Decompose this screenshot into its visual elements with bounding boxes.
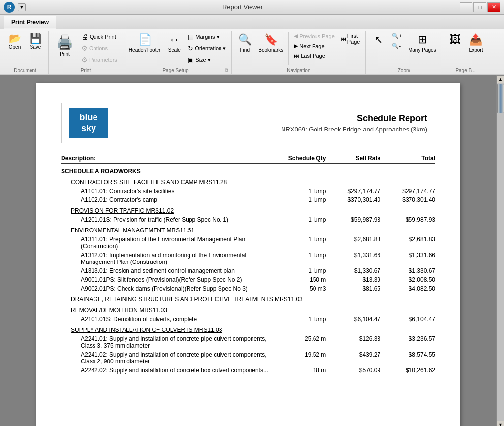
- col-sell-rate: Sell Rate: [326, 153, 380, 164]
- document-scroll[interactable]: blue sky Schedule Report NRX069: Gold Br…: [0, 75, 496, 426]
- open-label: Open: [9, 44, 21, 50]
- vertical-scrollbar[interactable]: ▲ ▼: [496, 75, 504, 426]
- margins-label: Margins ▾: [195, 34, 219, 40]
- title-bar: R ▼ Report Viewer – □ ✕: [0, 0, 504, 15]
- last-page-button[interactable]: ⏭ Last Page: [291, 51, 337, 60]
- orientation-button[interactable]: ↻ Orientation ▾: [185, 43, 228, 54]
- window-controls: – □ ✕: [460, 2, 500, 12]
- ribbon-tabs: Print Preview: [0, 15, 504, 29]
- report-page: blue sky Schedule Report NRX069: Gold Br…: [36, 83, 460, 426]
- zoom-out-button[interactable]: 🔍-: [389, 41, 404, 51]
- header-footer-button[interactable]: 📄 Header/Footer: [126, 32, 163, 55]
- table-row: A2242.02: Supply and installation of con…: [61, 366, 435, 375]
- zoom-in-icon: 🔍+: [392, 33, 402, 39]
- previous-page-button[interactable]: ◀ Previous Page: [291, 32, 337, 41]
- col-schedule-qty: Schedule Qty: [275, 153, 326, 164]
- table-row: A1312.01: Implementation and monitoring …: [61, 251, 435, 266]
- company-logo: blue sky: [69, 108, 108, 138]
- table-row: A9002.01PS: Check dams (Provisional)(Ref…: [61, 284, 435, 293]
- open-icon: 📂: [9, 33, 21, 43]
- scroll-thumb[interactable]: [497, 84, 504, 113]
- print-label: Print: [60, 51, 70, 57]
- orientation-label: Orientation ▾: [195, 45, 226, 52]
- size-label: Size ▾: [195, 57, 210, 63]
- tab-print-preview[interactable]: Print Preview: [4, 16, 56, 29]
- maximize-button[interactable]: □: [473, 2, 486, 12]
- page-bg-button[interactable]: 🖼: [445, 32, 465, 48]
- print-small-buttons: 🖨 Quick Print ⚙ Options ⚙ Parameters: [79, 32, 120, 65]
- export-button[interactable]: 📤 Export: [466, 32, 486, 55]
- quick-print-button[interactable]: 🖨 Quick Print: [79, 32, 120, 42]
- close-button[interactable]: ✕: [487, 2, 500, 12]
- list-item: REMOVAL/DEMOLITION MRS11.03: [61, 304, 435, 315]
- save-button[interactable]: 💾 Save: [26, 32, 45, 52]
- window-title: Report Viewer: [26, 3, 460, 11]
- table-row: A2241.02: Supply and installation of con…: [61, 350, 435, 366]
- ribbon: Print Preview 📂 Open 💾 Save Document 🖨️: [0, 15, 504, 75]
- pointer-button[interactable]: ↖: [369, 32, 388, 48]
- document-buttons: 📂 Open 💾 Save: [5, 31, 45, 66]
- app-icon: R: [4, 2, 15, 13]
- find-button[interactable]: 🔍 Find: [235, 32, 254, 55]
- quick-print-label: Quick Print: [90, 34, 116, 40]
- col-total: Total: [380, 153, 435, 164]
- table-row: A2101.01S: Demolition of culverts, compl…: [61, 315, 435, 324]
- ribbon-group-document: 📂 Open 💾 Save Document: [2, 31, 49, 74]
- page-b-group-label: Page B...: [445, 66, 486, 74]
- scroll-down-button[interactable]: ▼: [497, 421, 504, 426]
- page-bg-icon: 🖼: [450, 33, 461, 46]
- scale-label: Scale: [168, 47, 181, 53]
- parameters-button[interactable]: ⚙ Parameters: [79, 54, 120, 65]
- scroll-up-button[interactable]: ▲: [497, 75, 504, 83]
- list-item: DRAINAGE, RETAINING STRUCTURES AND PROTE…: [61, 293, 435, 304]
- next-page-button[interactable]: ▶ Next Page: [291, 41, 337, 51]
- navigation-group-label: Navigation: [235, 66, 362, 74]
- ribbon-group-page-setup: 📄 Header/Footer ↔ Scale ▤ Margins ▾ ↻ Or…: [123, 31, 232, 74]
- page-setup-buttons: 📄 Header/Footer ↔ Scale ▤ Margins ▾ ↻ Or…: [126, 31, 228, 66]
- page-setup-dropdowns: ▤ Margins ▾ ↻ Orientation ▾ ▣ Size ▾: [185, 32, 228, 65]
- list-item: SUPPLY AND INSTALLATION OF CULVERTS MRS1…: [61, 324, 435, 334]
- report-header: blue sky Schedule Report NRX069: Gold Br…: [61, 103, 435, 143]
- many-pages-button[interactable]: ⊞ Many Pages: [406, 32, 439, 55]
- scale-button[interactable]: ↔ Scale: [164, 32, 184, 55]
- table-row: A1102.01: Contractor's camp1 lump$370,30…: [61, 196, 435, 204]
- report-title-area: Schedule Report NRX069: Gold Breek Bridg…: [108, 113, 427, 133]
- zoom-in-button[interactable]: 🔍+: [389, 32, 404, 41]
- page-b-buttons: 🖼 📤 Export: [445, 31, 486, 66]
- next-page-icon: ▶: [294, 43, 298, 49]
- list-item: CONTRACTOR'S SITE FACILITIES AND CAMP MR…: [61, 176, 435, 187]
- save-icon: 💾: [30, 33, 42, 43]
- table-row: A1201.01S: Provision for traffic (Refer …: [61, 215, 435, 224]
- find-icon: 🔍: [238, 33, 252, 46]
- scale-icon: ↔: [169, 33, 180, 46]
- ribbon-group-zoom: ↖ 🔍+ 🔍- ⊞ Many Pages Zoom: [366, 31, 442, 74]
- parameters-icon: ⚙: [81, 56, 88, 64]
- minimize-button[interactable]: –: [460, 2, 472, 12]
- report-table: Description: Schedule Qty Sell Rate Tota…: [61, 153, 435, 375]
- margins-icon: ▤: [188, 33, 194, 41]
- bookmarks-button[interactable]: 🔖 Bookmarks: [255, 32, 286, 55]
- orientation-icon: ↻: [188, 44, 193, 52]
- first-page-button[interactable]: ⏮ FirstPage: [338, 32, 363, 46]
- page-setup-expand[interactable]: ⧉: [225, 67, 228, 73]
- open-button[interactable]: 📂 Open: [5, 32, 25, 52]
- bookmarks-icon: 🔖: [264, 33, 278, 46]
- page-setup-group-label: Page Setup: [126, 66, 225, 74]
- previous-page-label: Previous Page: [299, 33, 335, 39]
- options-button[interactable]: ⚙ Options: [79, 43, 120, 54]
- collapse-button[interactable]: ▼: [18, 3, 26, 11]
- ribbon-content: 📂 Open 💾 Save Document 🖨️ Print 🖨: [0, 29, 504, 74]
- scroll-track[interactable]: [497, 83, 504, 421]
- print-button[interactable]: 🖨️ Print: [52, 32, 78, 59]
- pointer-icon: ↖: [374, 33, 383, 46]
- zoom-buttons: ↖ 🔍+ 🔍- ⊞ Many Pages: [369, 31, 439, 66]
- size-icon: ▣: [188, 56, 194, 64]
- first-page-icon: ⏮: [341, 36, 346, 42]
- size-button[interactable]: ▣ Size ▾: [185, 54, 228, 65]
- export-label: Export: [469, 47, 483, 53]
- col-description: Description:: [61, 153, 275, 164]
- options-icon: ⚙: [81, 44, 88, 52]
- list-item: ENVIRONMENTAL MANAGEMENT MRS11.51: [61, 224, 435, 235]
- save-label: Save: [30, 44, 41, 50]
- margins-button[interactable]: ▤ Margins ▾: [185, 32, 228, 42]
